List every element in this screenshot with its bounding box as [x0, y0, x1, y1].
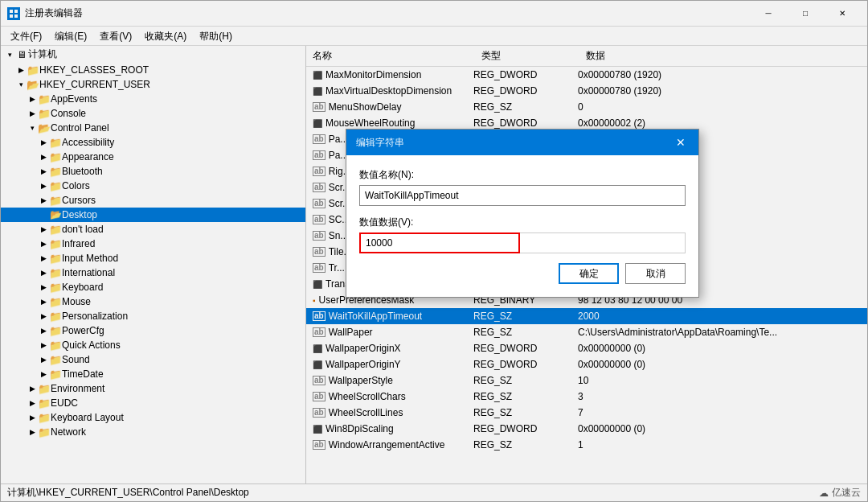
- value-field: 数值数据(V):: [359, 216, 686, 253]
- value-row: [359, 232, 686, 253]
- dialog-close-button[interactable]: ✕: [673, 136, 689, 149]
- name-field: 数值名称(N):: [359, 168, 686, 206]
- dialog-title: 编辑字符串: [356, 136, 404, 150]
- dialog-title-bar: 编辑字符串 ✕: [346, 130, 698, 155]
- value-label: 数值数据(V):: [359, 216, 686, 229]
- edit-string-dialog: 编辑字符串 ✕ 数值名称(N): 数值数据(V): 确定 取消: [346, 129, 699, 298]
- value-input[interactable]: [359, 232, 520, 253]
- confirm-button[interactable]: 确定: [559, 263, 619, 284]
- dialog-buttons: 确定 取消: [359, 263, 686, 284]
- dialog-body: 数值名称(N): 数值数据(V): 确定 取消: [346, 155, 698, 297]
- dialog-overlay: 编辑字符串 ✕ 数值名称(N): 数值数据(V): 确定 取消: [0, 0, 868, 502]
- cancel-button[interactable]: 取消: [625, 263, 686, 284]
- name-label: 数值名称(N):: [359, 168, 686, 182]
- name-input[interactable]: [359, 185, 686, 206]
